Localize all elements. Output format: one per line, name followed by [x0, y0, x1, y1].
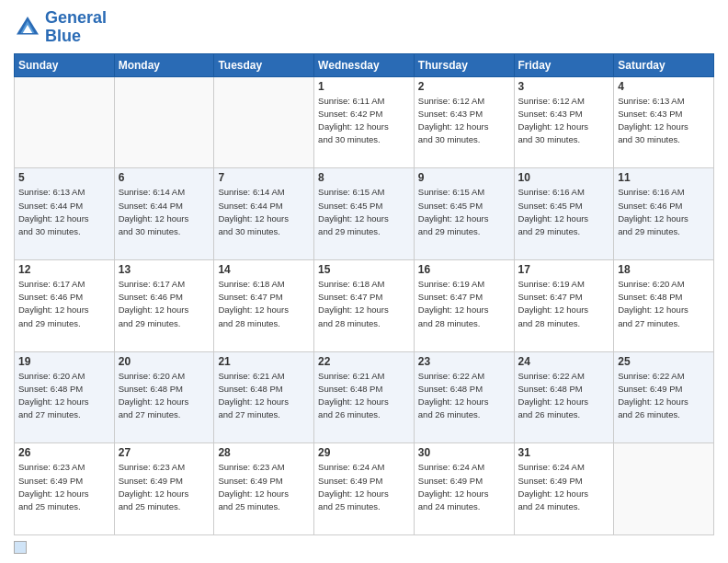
day-info: Sunrise: 6:22 AMSunset: 6:48 PMDaylight:… — [518, 370, 610, 422]
calendar-cell: 5Sunrise: 6:13 AMSunset: 6:44 PMDaylight… — [15, 168, 115, 260]
day-number: 23 — [418, 355, 510, 368]
calendar-cell: 15Sunrise: 6:18 AMSunset: 6:47 PMDayligh… — [314, 259, 415, 351]
calendar-cell — [15, 76, 115, 168]
day-info: Sunrise: 6:16 AMSunset: 6:45 PMDaylight:… — [518, 186, 610, 238]
day-number: 7 — [218, 171, 310, 184]
day-number: 25 — [618, 355, 710, 368]
calendar-week-row: 1Sunrise: 6:11 AMSunset: 6:42 PMDaylight… — [15, 76, 714, 168]
logo: General Blue — [14, 9, 107, 46]
day-info: Sunrise: 6:16 AMSunset: 6:46 PMDaylight:… — [618, 186, 710, 238]
day-info: Sunrise: 6:24 AMSunset: 6:49 PMDaylight:… — [418, 461, 510, 513]
day-number: 9 — [418, 171, 510, 184]
calendar-cell: 22Sunrise: 6:21 AMSunset: 6:48 PMDayligh… — [314, 351, 415, 443]
calendar-week-row: 19Sunrise: 6:20 AMSunset: 6:48 PMDayligh… — [15, 351, 714, 443]
calendar-cell: 25Sunrise: 6:22 AMSunset: 6:49 PMDayligh… — [614, 351, 714, 443]
calendar-cell: 20Sunrise: 6:20 AMSunset: 6:48 PMDayligh… — [114, 351, 214, 443]
calendar-cell: 27Sunrise: 6:23 AMSunset: 6:49 PMDayligh… — [114, 443, 214, 535]
day-info: Sunrise: 6:18 AMSunset: 6:47 PMDaylight:… — [218, 278, 310, 330]
day-info: Sunrise: 6:21 AMSunset: 6:48 PMDaylight:… — [218, 370, 310, 422]
day-info: Sunrise: 6:23 AMSunset: 6:49 PMDaylight:… — [18, 461, 110, 513]
calendar-header-row: SundayMondayTuesdayWednesdayThursdayFrid… — [15, 53, 714, 76]
calendar-header-friday: Friday — [514, 53, 614, 76]
day-number: 22 — [318, 355, 410, 368]
day-info: Sunrise: 6:18 AMSunset: 6:47 PMDaylight:… — [318, 278, 410, 330]
calendar-cell: 12Sunrise: 6:17 AMSunset: 6:46 PMDayligh… — [15, 259, 115, 351]
logo-icon — [14, 14, 41, 41]
day-number: 2 — [418, 80, 510, 93]
calendar-header-saturday: Saturday — [614, 53, 714, 76]
calendar-table: SundayMondayTuesdayWednesdayThursdayFrid… — [14, 53, 714, 535]
calendar-cell: 19Sunrise: 6:20 AMSunset: 6:48 PMDayligh… — [15, 351, 115, 443]
calendar-header-monday: Monday — [114, 53, 214, 76]
calendar-cell: 7Sunrise: 6:14 AMSunset: 6:44 PMDaylight… — [214, 168, 314, 260]
day-number: 1 — [318, 80, 410, 93]
calendar-cell: 14Sunrise: 6:18 AMSunset: 6:47 PMDayligh… — [214, 259, 314, 351]
calendar-cell: 10Sunrise: 6:16 AMSunset: 6:45 PMDayligh… — [514, 168, 614, 260]
day-number: 5 — [18, 171, 110, 184]
day-info: Sunrise: 6:24 AMSunset: 6:49 PMDaylight:… — [518, 461, 610, 513]
calendar-cell — [114, 76, 214, 168]
daylight-legend-box — [14, 541, 27, 554]
day-number: 13 — [119, 263, 210, 276]
calendar-cell: 30Sunrise: 6:24 AMSunset: 6:49 PMDayligh… — [414, 443, 514, 535]
day-number: 8 — [318, 171, 410, 184]
day-info: Sunrise: 6:13 AMSunset: 6:44 PMDaylight:… — [18, 186, 110, 238]
day-info: Sunrise: 6:13 AMSunset: 6:43 PMDaylight:… — [618, 95, 710, 147]
day-number: 21 — [218, 355, 310, 368]
day-number: 30 — [418, 446, 510, 459]
day-number: 29 — [318, 446, 410, 459]
day-number: 28 — [218, 446, 310, 459]
day-info: Sunrise: 6:14 AMSunset: 6:44 PMDaylight:… — [218, 186, 310, 238]
calendar-cell: 9Sunrise: 6:15 AMSunset: 6:45 PMDaylight… — [414, 168, 514, 260]
day-info: Sunrise: 6:17 AMSunset: 6:46 PMDaylight:… — [18, 278, 110, 330]
day-info: Sunrise: 6:22 AMSunset: 6:49 PMDaylight:… — [618, 370, 710, 422]
calendar-header-thursday: Thursday — [414, 53, 514, 76]
calendar-cell: 26Sunrise: 6:23 AMSunset: 6:49 PMDayligh… — [15, 443, 115, 535]
calendar-cell: 31Sunrise: 6:24 AMSunset: 6:49 PMDayligh… — [514, 443, 614, 535]
calendar-cell: 2Sunrise: 6:12 AMSunset: 6:43 PMDaylight… — [414, 76, 514, 168]
logo-text: General Blue — [45, 9, 107, 46]
day-number: 15 — [318, 263, 410, 276]
calendar-cell: 21Sunrise: 6:21 AMSunset: 6:48 PMDayligh… — [214, 351, 314, 443]
calendar-header-wednesday: Wednesday — [314, 53, 415, 76]
day-info: Sunrise: 6:15 AMSunset: 6:45 PMDaylight:… — [418, 186, 510, 238]
day-number: 10 — [518, 171, 610, 184]
day-info: Sunrise: 6:20 AMSunset: 6:48 PMDaylight:… — [618, 278, 710, 330]
day-info: Sunrise: 6:21 AMSunset: 6:48 PMDaylight:… — [318, 370, 410, 422]
calendar-cell: 4Sunrise: 6:13 AMSunset: 6:43 PMDaylight… — [614, 76, 714, 168]
day-info: Sunrise: 6:22 AMSunset: 6:48 PMDaylight:… — [418, 370, 510, 422]
calendar-cell: 6Sunrise: 6:14 AMSunset: 6:44 PMDaylight… — [114, 168, 214, 260]
calendar-cell: 23Sunrise: 6:22 AMSunset: 6:48 PMDayligh… — [414, 351, 514, 443]
day-number: 11 — [618, 171, 710, 184]
day-number: 26 — [18, 446, 110, 459]
day-number: 17 — [518, 263, 610, 276]
day-number: 12 — [18, 263, 110, 276]
footer — [14, 541, 714, 554]
calendar-cell: 11Sunrise: 6:16 AMSunset: 6:46 PMDayligh… — [614, 168, 714, 260]
calendar-cell: 16Sunrise: 6:19 AMSunset: 6:47 PMDayligh… — [414, 259, 514, 351]
day-number: 27 — [119, 446, 210, 459]
calendar-cell: 24Sunrise: 6:22 AMSunset: 6:48 PMDayligh… — [514, 351, 614, 443]
day-info: Sunrise: 6:15 AMSunset: 6:45 PMDaylight:… — [318, 186, 410, 238]
day-number: 3 — [518, 80, 610, 93]
day-number: 4 — [618, 80, 710, 93]
day-info: Sunrise: 6:17 AMSunset: 6:46 PMDaylight:… — [119, 278, 210, 330]
day-info: Sunrise: 6:20 AMSunset: 6:48 PMDaylight:… — [18, 370, 110, 422]
day-info: Sunrise: 6:12 AMSunset: 6:43 PMDaylight:… — [518, 95, 610, 147]
calendar-week-row: 26Sunrise: 6:23 AMSunset: 6:49 PMDayligh… — [15, 443, 714, 535]
calendar-cell: 3Sunrise: 6:12 AMSunset: 6:43 PMDaylight… — [514, 76, 614, 168]
calendar-cell: 18Sunrise: 6:20 AMSunset: 6:48 PMDayligh… — [614, 259, 714, 351]
calendar-cell: 1Sunrise: 6:11 AMSunset: 6:42 PMDaylight… — [314, 76, 415, 168]
calendar-cell: 13Sunrise: 6:17 AMSunset: 6:46 PMDayligh… — [114, 259, 214, 351]
calendar-header-sunday: Sunday — [15, 53, 115, 76]
header: General Blue — [14, 9, 714, 46]
calendar-cell: 17Sunrise: 6:19 AMSunset: 6:47 PMDayligh… — [514, 259, 614, 351]
day-info: Sunrise: 6:14 AMSunset: 6:44 PMDaylight:… — [119, 186, 210, 238]
day-number: 18 — [618, 263, 710, 276]
day-info: Sunrise: 6:23 AMSunset: 6:49 PMDaylight:… — [119, 461, 210, 513]
day-number: 31 — [518, 446, 610, 459]
calendar-week-row: 5Sunrise: 6:13 AMSunset: 6:44 PMDaylight… — [15, 168, 714, 260]
calendar-cell: 28Sunrise: 6:23 AMSunset: 6:49 PMDayligh… — [214, 443, 314, 535]
calendar-week-row: 12Sunrise: 6:17 AMSunset: 6:46 PMDayligh… — [15, 259, 714, 351]
calendar-header-tuesday: Tuesday — [214, 53, 314, 76]
